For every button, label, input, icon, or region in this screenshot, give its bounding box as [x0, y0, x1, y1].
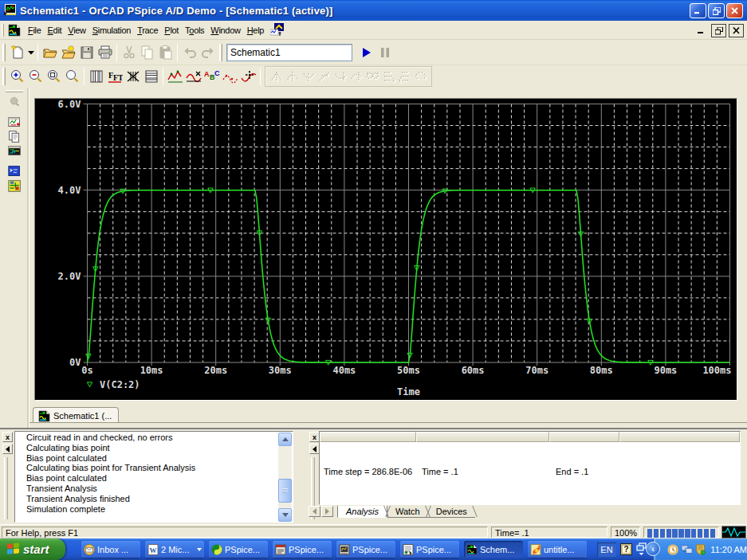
- cursor-peak-button[interactable]: [285, 68, 301, 85]
- redo-button[interactable]: [199, 43, 217, 62]
- toolbar-grip[interactable]: [2, 68, 6, 85]
- taskbar-button-untitled[interactable]: untitle...: [528, 541, 587, 558]
- copy-page-button[interactable]: [5, 129, 24, 143]
- cut-button[interactable]: [120, 43, 138, 62]
- toolbar-grip[interactable]: [2, 44, 6, 61]
- sim-gray-button[interactable]: [5, 94, 24, 108]
- menu-grip[interactable]: [2, 24, 4, 37]
- simulation-profile-combo[interactable]: [226, 44, 352, 61]
- tray-clock-icon[interactable]: [667, 543, 678, 556]
- dots-curve-button[interactable]: [221, 68, 239, 85]
- taskbar-button-pspice-2[interactable]: PSpice...: [273, 541, 332, 558]
- zoom-out-button[interactable]: [26, 68, 45, 85]
- zoom-area-button[interactable]: [45, 68, 63, 85]
- copy-button[interactable]: [138, 43, 156, 62]
- menu-simulation[interactable]: Simulation: [89, 22, 134, 38]
- tabs-next-icon[interactable]: [321, 506, 333, 517]
- open-button[interactable]: [41, 43, 59, 62]
- abc-button[interactable]: ABC: [202, 68, 221, 85]
- log-x-button[interactable]: [87, 68, 105, 85]
- eval-goal-button[interactable]: [239, 68, 258, 85]
- document-icon[interactable]: [8, 24, 21, 37]
- cmd-win-button[interactable]: [5, 164, 24, 178]
- taskbar-button-word-group[interactable]: W2 Mic...: [145, 541, 204, 558]
- scroll-down-icon[interactable]: [278, 508, 292, 522]
- svg-text:20ms: 20ms: [204, 365, 227, 376]
- app-icon[interactable]: [4, 4, 17, 17]
- minimize-button[interactable]: [690, 3, 706, 18]
- tab-devices[interactable]: Devices: [428, 506, 475, 518]
- taskbar-button-pspice-4[interactable]: PSpice...: [400, 541, 459, 558]
- zoom-in-button[interactable]: [8, 68, 26, 85]
- sim-status-button[interactable]: [5, 143, 24, 158]
- grid-h-button[interactable]: [142, 68, 160, 85]
- save-button[interactable]: [77, 43, 96, 62]
- undo-button[interactable]: [180, 43, 199, 62]
- new-doc-button[interactable]: [8, 43, 26, 62]
- output-message: Bias point calculated: [26, 453, 195, 464]
- cursor-toggle-button[interactable]: [269, 68, 285, 85]
- menu-file[interactable]: File: [25, 22, 45, 38]
- tabs-prev-icon[interactable]: [309, 506, 320, 517]
- trace-x-button[interactable]: [184, 68, 202, 85]
- toolbar-grip[interactable]: [6, 90, 23, 92]
- tray-shield-icon[interactable]: [695, 543, 706, 556]
- menu-window[interactable]: Window: [207, 22, 243, 38]
- taskbar-button-pspice-1[interactable]: PSpice...: [209, 541, 268, 558]
- sim-queue-button[interactable]: [5, 115, 24, 129]
- output-scrollbar[interactable]: [278, 433, 292, 522]
- pane-divider[interactable]: [301, 429, 307, 524]
- cursor-max-button[interactable]: [348, 68, 364, 85]
- close-button[interactable]: [726, 3, 743, 18]
- fft-button[interactable]: FFT: [105, 68, 124, 85]
- pause-button[interactable]: [375, 43, 394, 62]
- paste-button[interactable]: [156, 43, 175, 62]
- run-button[interactable]: [357, 43, 375, 62]
- cursor-next-button[interactable]: [380, 68, 396, 85]
- taskbar-button-schematic1[interactable]: Schem...: [464, 541, 523, 558]
- menu-view[interactable]: View: [65, 22, 88, 38]
- menu-trace[interactable]: Trace: [134, 22, 161, 38]
- menu-help[interactable]: Help: [244, 22, 267, 38]
- new-dropdown-icon[interactable]: [26, 43, 35, 62]
- scroll-thumb[interactable]: [278, 479, 292, 503]
- mdi-restore-button[interactable]: [711, 24, 726, 37]
- help-tray-icon[interactable]: ?: [620, 543, 632, 555]
- print-button[interactable]: [96, 43, 114, 62]
- open-sim-button[interactable]: [59, 43, 77, 62]
- toolbar-grip[interactable]: [219, 44, 222, 61]
- mark-label-button[interactable]: [412, 68, 428, 85]
- cursor-prev-button[interactable]: [396, 68, 412, 85]
- zoom-fit-button[interactable]: [63, 68, 81, 85]
- restore-button[interactable]: [708, 3, 725, 18]
- menu-tools[interactable]: Tools: [182, 22, 207, 38]
- log-y-button[interactable]: [124, 68, 142, 85]
- cursor-min-button[interactable]: [332, 68, 348, 85]
- output-grip[interactable]: [4, 457, 8, 519]
- tab-schematic1[interactable]: Schematic1 (...: [33, 407, 119, 422]
- menu-plot[interactable]: Plot: [161, 22, 182, 38]
- clock[interactable]: 11:20 AM: [710, 545, 747, 554]
- cursor-slope-button[interactable]: [316, 68, 332, 85]
- tab-watch[interactable]: Watch: [387, 506, 428, 518]
- mark-data-button[interactable]: [166, 68, 184, 85]
- circuit-button[interactable]: [5, 178, 24, 193]
- cursor-search-button[interactable]: [364, 68, 380, 85]
- hide-icons-chevron[interactable]: ‹: [646, 542, 660, 556]
- mdi-close-button[interactable]: [729, 24, 744, 37]
- taskbar-button-inbox[interactable]: Inbox ...: [81, 541, 140, 558]
- menu-edit[interactable]: Edit: [45, 22, 65, 38]
- tab-label: Schematic1 (...: [53, 411, 112, 421]
- cadence-icon[interactable]: [270, 23, 284, 37]
- language-indicator[interactable]: EN: [597, 542, 616, 557]
- tab-analysis[interactable]: Analysis: [337, 506, 387, 518]
- cursor-trough-button[interactable]: [301, 68, 316, 85]
- taskbar-button-pspice-3[interactable]: PSpice...: [336, 541, 395, 558]
- output-close-icon[interactable]: x: [2, 432, 13, 442]
- scroll-up-icon[interactable]: [278, 433, 292, 446]
- output-collapse-icon[interactable]: [2, 444, 13, 454]
- mdi-minimize-button[interactable]: [694, 24, 709, 37]
- start-button[interactable]: start: [0, 538, 65, 560]
- plot-area[interactable]: 0V2.0V4.0V6.0V0s10ms20ms30ms40ms50ms60ms…: [34, 98, 737, 401]
- tray-network-icon[interactable]: [681, 543, 693, 556]
